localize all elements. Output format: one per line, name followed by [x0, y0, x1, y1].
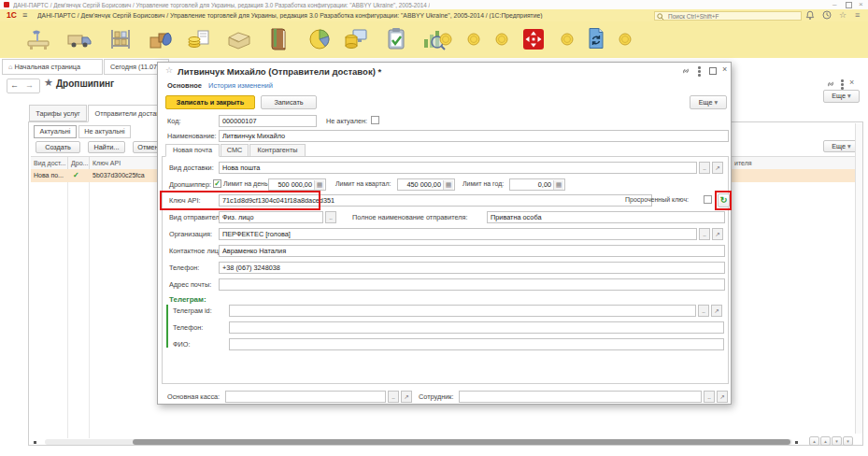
scroll-up-button[interactable]: ▴: [820, 436, 831, 446]
coin-icon[interactable]: [495, 33, 508, 46]
name-field[interactable]: Литвинчук Михайло: [219, 130, 729, 142]
page-more-button[interactable]: Еще ▾: [823, 90, 860, 103]
code-field[interactable]: 000000107: [219, 115, 317, 127]
history-clock-icon[interactable]: [822, 10, 832, 20]
filter-not-actual[interactable]: Не актуальні: [78, 125, 131, 138]
back-arrow-icon[interactable]: ←: [10, 80, 19, 90]
coin-icon[interactable]: [439, 33, 452, 46]
sender-fullname-field[interactable]: Приватна особа: [487, 211, 725, 223]
dropshipper-checkbox[interactable]: ✓: [213, 179, 221, 188]
inactive-checkbox[interactable]: [371, 116, 379, 124]
search-input[interactable]: [666, 12, 801, 21]
dialog-favorite-star-icon[interactable]: ☆: [165, 65, 173, 75]
dialog-link-icon[interactable]: [681, 66, 690, 76]
dialog-maximize-icon[interactable]: [709, 67, 717, 75]
create-button[interactable]: Создать: [36, 141, 80, 153]
dialog-tab-novaposhta[interactable]: Новая почта: [165, 144, 220, 157]
tab-home[interactable]: ⌂ Начальная страница: [2, 59, 103, 75]
move-red-icon[interactable]: [523, 29, 544, 50]
coin-icon[interactable]: [561, 33, 574, 46]
search-box[interactable]: [654, 11, 802, 21]
coin-icon[interactable]: [467, 33, 480, 46]
desk-icon[interactable]: [25, 26, 51, 52]
filter-actual[interactable]: Актуальні: [34, 125, 77, 138]
organization-choose-button[interactable]: ..: [699, 228, 710, 240]
main-menu-icon[interactable]: ≡: [22, 10, 27, 20]
column-delivery-type[interactable]: Вид дост...: [34, 160, 65, 166]
favorite-star-icon[interactable]: ★: [44, 77, 53, 89]
delivery-choose-button[interactable]: ..: [699, 162, 710, 174]
scroll-down-button[interactable]: ▾: [832, 436, 842, 446]
envelope-icon[interactable]: [226, 26, 252, 52]
onec-logo[interactable]: 1С: [7, 10, 17, 20]
column-dropshipper[interactable]: Дро...: [71, 160, 88, 166]
delivery-type-field[interactable]: Нова пошта: [219, 162, 697, 174]
telegram-id-open-button[interactable]: ↗: [711, 305, 722, 317]
main-cash-choose-button[interactable]: ..: [388, 391, 399, 403]
limit-quarter-field[interactable]: 450 000,00: [397, 178, 455, 191]
sender-type-choose-button[interactable]: ..: [325, 211, 336, 223]
employee-choose-button[interactable]: ..: [704, 391, 715, 403]
limit-quarter-label: Лимит на квартал:: [335, 180, 391, 187]
employee-open-button[interactable]: ↗: [717, 391, 728, 403]
vertical-scrollbar[interactable]: [855, 123, 862, 434]
tab-tariffs[interactable]: Тарифы услуг: [29, 105, 87, 121]
save-close-button[interactable]: Записать и закрыть: [165, 95, 255, 109]
menu-lines-icon[interactable]: ≡: [855, 10, 860, 20]
dialog-more-button[interactable]: Еще ▾: [690, 95, 727, 109]
expired-key-checkbox[interactable]: [704, 195, 712, 204]
limit-day-field[interactable]: 500 000,00: [268, 178, 326, 191]
delivery-open-button[interactable]: ↗: [712, 162, 723, 174]
refresh-key-button[interactable]: ↻: [718, 193, 730, 207]
warehouse-shelf-icon[interactable]: [107, 26, 134, 52]
dialog-nav-main[interactable]: Основное: [167, 81, 202, 90]
employee-field[interactable]: [459, 391, 702, 403]
dialog-more-dots-icon[interactable]: [698, 70, 701, 73]
telegram-phone-field[interactable]: [229, 321, 724, 334]
sender-type-field[interactable]: Физ. лицо: [219, 211, 323, 223]
dialog-tab-contractors[interactable]: Контрагенты: [249, 144, 306, 157]
sender-type-label: Вид отправителя:: [169, 213, 225, 221]
get-link-icon[interactable]: [826, 79, 835, 89]
dialog-close-icon[interactable]: ×: [722, 64, 727, 74]
dialog-nav-history[interactable]: История изменений: [208, 81, 273, 90]
catalog-book-icon[interactable]: [265, 26, 292, 52]
telegram-id-choose-button[interactable]: ..: [698, 305, 709, 317]
exchange-document-icon[interactable]: [587, 27, 605, 50]
clipboard-check-icon[interactable]: [383, 26, 409, 52]
scroll-top-button[interactable]: ▴: [809, 436, 819, 446]
organization-field[interactable]: ПЕРФЕКТЕС [голова]: [219, 228, 697, 240]
delivery-truck-icon[interactable]: [66, 26, 92, 52]
maximize-icon[interactable]: [846, 2, 852, 8]
close-page-icon[interactable]: ×: [849, 78, 854, 87]
favorites-star-icon[interactable]: ☆: [839, 10, 847, 20]
limit-year-field[interactable]: 0,00: [509, 178, 565, 191]
coin-icon[interactable]: [619, 33, 632, 46]
pie-chart-icon[interactable]: [306, 26, 333, 52]
goods-boxes-icon[interactable]: [148, 26, 174, 52]
database-monitor-icon[interactable]: [344, 26, 370, 52]
close-window-icon[interactable]: ×: [859, 0, 863, 8]
main-cash-field[interactable]: [225, 391, 386, 403]
save-button[interactable]: Записать: [261, 95, 317, 109]
column-api-key[interactable]: Ключ API: [92, 160, 121, 166]
api-key-field[interactable]: 71c1d8d9cf1304c041f18a8daced351: [219, 194, 652, 207]
telegram-fio-field[interactable]: [229, 338, 724, 350]
forward-arrow-icon[interactable]: →: [25, 80, 34, 90]
find-button[interactable]: Найти...: [88, 141, 125, 153]
minimize-icon[interactable]: –: [832, 0, 836, 8]
scroll-bottom-button[interactable]: ▾: [843, 436, 853, 446]
telegram-id-field[interactable]: [229, 305, 696, 317]
dialog-tab-sms[interactable]: СМС: [221, 144, 249, 157]
more-dots-icon[interactable]: [841, 83, 844, 86]
horizontal-scrollbar-thumb[interactable]: [133, 439, 790, 445]
organization-open-button[interactable]: ↗: [712, 228, 723, 240]
contact-person-field[interactable]: Авраменко Наталия: [219, 245, 725, 257]
column-far-fragment[interactable]: ителя: [734, 160, 752, 166]
main-cash-open-button[interactable]: ↗: [401, 391, 412, 403]
page-title: Дропшипинг: [56, 78, 114, 89]
notifications-bell-icon[interactable]: [805, 10, 815, 21]
phone-field[interactable]: +38 (067) 3248038: [219, 262, 725, 274]
money-document-icon[interactable]: [187, 26, 213, 52]
email-field[interactable]: [219, 278, 725, 291]
